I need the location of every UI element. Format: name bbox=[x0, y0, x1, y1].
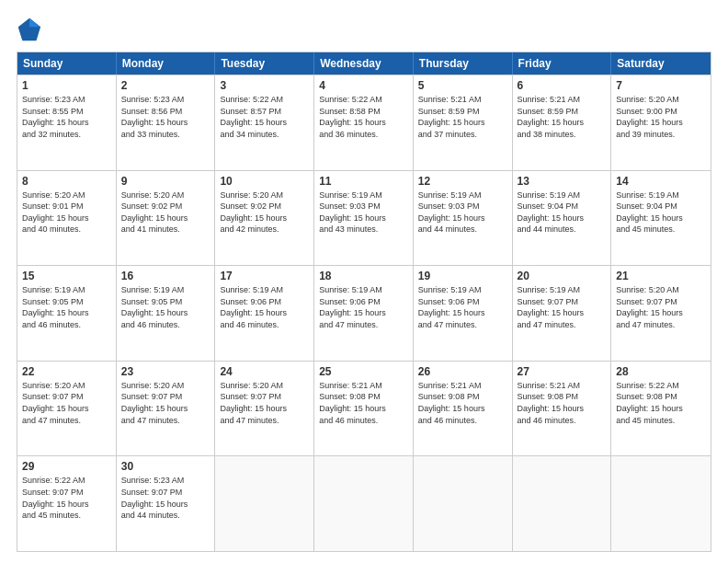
calendar-cell: 19Sunrise: 5:19 AMSunset: 9:06 PMDayligh… bbox=[414, 266, 513, 361]
calendar-week: 8Sunrise: 5:20 AMSunset: 9:01 PMDaylight… bbox=[17, 170, 711, 266]
calendar-cell: 7Sunrise: 5:20 AMSunset: 9:00 PMDaylight… bbox=[611, 75, 711, 170]
calendar-cell: 18Sunrise: 5:19 AMSunset: 9:06 PMDayligh… bbox=[314, 266, 414, 361]
day-number: 3 bbox=[220, 79, 309, 92]
day-info: Sunrise: 5:19 AMSunset: 9:07 PMDaylight:… bbox=[518, 284, 607, 330]
day-info: Sunrise: 5:19 AMSunset: 9:06 PMDaylight:… bbox=[418, 284, 507, 330]
calendar-cell: 5Sunrise: 5:21 AMSunset: 8:59 PMDaylight… bbox=[414, 75, 513, 170]
calendar-cell: 29Sunrise: 5:22 AMSunset: 9:07 PMDayligh… bbox=[17, 456, 117, 551]
calendar-cell: 14Sunrise: 5:19 AMSunset: 9:04 PMDayligh… bbox=[611, 171, 711, 266]
day-info: Sunrise: 5:20 AMSunset: 9:01 PMDaylight:… bbox=[22, 190, 111, 236]
day-number: 6 bbox=[518, 79, 607, 92]
calendar-cell bbox=[414, 456, 513, 551]
day-info: Sunrise: 5:19 AMSunset: 9:03 PMDaylight:… bbox=[319, 190, 408, 236]
day-number: 19 bbox=[418, 270, 507, 282]
day-number: 2 bbox=[121, 79, 210, 92]
day-number: 21 bbox=[616, 270, 706, 282]
calendar-cell: 4Sunrise: 5:22 AMSunset: 8:58 PMDaylight… bbox=[314, 75, 414, 170]
calendar-week: 29Sunrise: 5:22 AMSunset: 9:07 PMDayligh… bbox=[17, 455, 711, 551]
calendar: SundayMondayTuesdayWednesdayThursdayFrid… bbox=[17, 52, 711, 552]
calendar-cell bbox=[314, 456, 414, 551]
calendar-cell: 25Sunrise: 5:21 AMSunset: 9:08 PMDayligh… bbox=[314, 362, 414, 456]
calendar-cell bbox=[611, 456, 711, 551]
day-number: 22 bbox=[22, 365, 111, 378]
day-number: 7 bbox=[616, 79, 706, 92]
day-info: Sunrise: 5:20 AMSunset: 9:07 PMDaylight:… bbox=[616, 284, 706, 330]
day-info: Sunrise: 5:20 AMSunset: 9:00 PMDaylight:… bbox=[616, 94, 706, 140]
day-number: 27 bbox=[518, 365, 607, 378]
day-number: 23 bbox=[121, 365, 210, 378]
day-info: Sunrise: 5:19 AMSunset: 9:04 PMDaylight:… bbox=[518, 190, 607, 236]
calendar-cell: 23Sunrise: 5:20 AMSunset: 9:07 PMDayligh… bbox=[117, 362, 216, 456]
calendar-cell: 2Sunrise: 5:23 AMSunset: 8:56 PMDaylight… bbox=[117, 75, 216, 170]
day-info: Sunrise: 5:23 AMSunset: 8:56 PMDaylight:… bbox=[121, 94, 210, 140]
day-number: 20 bbox=[518, 270, 607, 282]
day-number: 24 bbox=[220, 365, 309, 378]
calendar-cell: 15Sunrise: 5:19 AMSunset: 9:05 PMDayligh… bbox=[17, 266, 117, 361]
calendar-cell: 3Sunrise: 5:22 AMSunset: 8:57 PMDaylight… bbox=[215, 75, 314, 170]
calendar-cell: 13Sunrise: 5:19 AMSunset: 9:04 PMDayligh… bbox=[513, 171, 612, 266]
calendar-cell: 27Sunrise: 5:21 AMSunset: 9:08 PMDayligh… bbox=[513, 362, 612, 456]
day-number: 4 bbox=[319, 79, 408, 92]
day-info: Sunrise: 5:21 AMSunset: 8:59 PMDaylight:… bbox=[418, 94, 507, 140]
calendar-header-cell: Monday bbox=[117, 52, 216, 75]
day-info: Sunrise: 5:22 AMSunset: 9:08 PMDaylight:… bbox=[616, 380, 706, 426]
day-info: Sunrise: 5:21 AMSunset: 9:08 PMDaylight:… bbox=[319, 380, 408, 426]
day-number: 14 bbox=[616, 175, 706, 188]
day-info: Sunrise: 5:20 AMSunset: 9:07 PMDaylight:… bbox=[220, 380, 309, 426]
day-number: 25 bbox=[319, 365, 408, 378]
day-number: 18 bbox=[319, 270, 408, 282]
day-number: 5 bbox=[418, 79, 507, 92]
calendar-cell: 8Sunrise: 5:20 AMSunset: 9:01 PMDaylight… bbox=[17, 171, 117, 266]
day-info: Sunrise: 5:19 AMSunset: 9:03 PMDaylight:… bbox=[418, 190, 507, 236]
day-info: Sunrise: 5:22 AMSunset: 9:07 PMDaylight:… bbox=[22, 475, 111, 521]
page: SundayMondayTuesdayWednesdayThursdayFrid… bbox=[0, 0, 728, 563]
calendar-header-cell: Tuesday bbox=[215, 52, 314, 75]
day-info: Sunrise: 5:19 AMSunset: 9:05 PMDaylight:… bbox=[22, 284, 111, 330]
calendar-cell: 11Sunrise: 5:19 AMSunset: 9:03 PMDayligh… bbox=[314, 171, 414, 266]
day-info: Sunrise: 5:19 AMSunset: 9:06 PMDaylight:… bbox=[319, 284, 408, 330]
calendar-week: 22Sunrise: 5:20 AMSunset: 9:07 PMDayligh… bbox=[17, 361, 711, 456]
calendar-week: 1Sunrise: 5:23 AMSunset: 8:55 PMDaylight… bbox=[17, 75, 711, 170]
calendar-cell: 21Sunrise: 5:20 AMSunset: 9:07 PMDayligh… bbox=[611, 266, 711, 361]
calendar-cell: 10Sunrise: 5:20 AMSunset: 9:02 PMDayligh… bbox=[215, 171, 314, 266]
header bbox=[17, 17, 711, 42]
calendar-cell bbox=[215, 456, 314, 551]
calendar-cell: 22Sunrise: 5:20 AMSunset: 9:07 PMDayligh… bbox=[17, 362, 117, 456]
day-number: 17 bbox=[220, 270, 309, 282]
day-info: Sunrise: 5:21 AMSunset: 8:59 PMDaylight:… bbox=[518, 94, 607, 140]
calendar-cell: 17Sunrise: 5:19 AMSunset: 9:06 PMDayligh… bbox=[215, 266, 314, 361]
day-info: Sunrise: 5:20 AMSunset: 9:07 PMDaylight:… bbox=[22, 380, 111, 426]
day-info: Sunrise: 5:22 AMSunset: 8:58 PMDaylight:… bbox=[319, 94, 408, 140]
day-number: 11 bbox=[319, 175, 408, 188]
logo bbox=[17, 17, 46, 42]
day-info: Sunrise: 5:20 AMSunset: 9:07 PMDaylight:… bbox=[121, 380, 210, 426]
calendar-cell: 9Sunrise: 5:20 AMSunset: 9:02 PMDaylight… bbox=[117, 171, 216, 266]
calendar-header-cell: Saturday bbox=[611, 52, 711, 75]
day-info: Sunrise: 5:23 AMSunset: 9:07 PMDaylight:… bbox=[121, 475, 210, 521]
day-number: 8 bbox=[22, 175, 111, 188]
day-number: 12 bbox=[418, 175, 507, 188]
day-info: Sunrise: 5:21 AMSunset: 9:08 PMDaylight:… bbox=[518, 380, 607, 426]
day-number: 16 bbox=[121, 270, 210, 282]
calendar-cell: 24Sunrise: 5:20 AMSunset: 9:07 PMDayligh… bbox=[215, 362, 314, 456]
calendar-cell bbox=[513, 456, 612, 551]
day-info: Sunrise: 5:19 AMSunset: 9:04 PMDaylight:… bbox=[616, 190, 706, 236]
day-info: Sunrise: 5:19 AMSunset: 9:06 PMDaylight:… bbox=[220, 284, 309, 330]
calendar-header-cell: Friday bbox=[513, 52, 612, 75]
calendar-cell: 12Sunrise: 5:19 AMSunset: 9:03 PMDayligh… bbox=[414, 171, 513, 266]
day-info: Sunrise: 5:19 AMSunset: 9:05 PMDaylight:… bbox=[121, 284, 210, 330]
day-number: 28 bbox=[616, 365, 706, 378]
calendar-cell: 26Sunrise: 5:21 AMSunset: 9:08 PMDayligh… bbox=[414, 362, 513, 456]
calendar-cell: 16Sunrise: 5:19 AMSunset: 9:05 PMDayligh… bbox=[117, 266, 216, 361]
day-info: Sunrise: 5:23 AMSunset: 8:55 PMDaylight:… bbox=[22, 94, 111, 140]
day-number: 29 bbox=[22, 460, 111, 473]
calendar-header-cell: Thursday bbox=[414, 52, 513, 75]
day-info: Sunrise: 5:20 AMSunset: 9:02 PMDaylight:… bbox=[220, 190, 309, 236]
calendar-cell: 30Sunrise: 5:23 AMSunset: 9:07 PMDayligh… bbox=[117, 456, 216, 551]
day-info: Sunrise: 5:22 AMSunset: 8:57 PMDaylight:… bbox=[220, 94, 309, 140]
svg-marker-1 bbox=[29, 18, 40, 27]
logo-icon bbox=[17, 17, 42, 42]
calendar-cell: 1Sunrise: 5:23 AMSunset: 8:55 PMDaylight… bbox=[17, 75, 117, 170]
calendar-week: 15Sunrise: 5:19 AMSunset: 9:05 PMDayligh… bbox=[17, 265, 711, 361]
calendar-header-cell: Sunday bbox=[17, 52, 117, 75]
